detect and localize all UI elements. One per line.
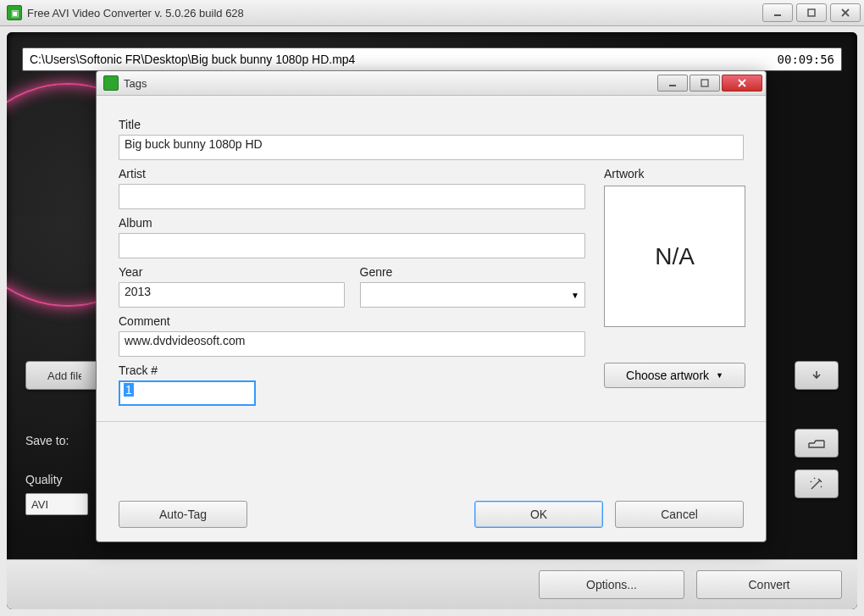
minimize-icon xyxy=(668,79,677,87)
close-button[interactable] xyxy=(830,3,861,22)
main-footer: Options... Convert xyxy=(7,559,857,609)
maximize-icon xyxy=(701,79,709,87)
cancel-button[interactable]: Cancel xyxy=(615,501,744,528)
dialog-icon xyxy=(103,75,119,91)
dialog-footer: Auto-Tag OK Cancel xyxy=(97,487,766,541)
dialog-maximize-button[interactable] xyxy=(690,75,720,92)
artist-label: Artist xyxy=(119,167,585,180)
genre-select[interactable]: ▼ xyxy=(360,282,586,308)
file-duration: 00:09:56 xyxy=(778,53,834,66)
svg-rect-5 xyxy=(701,80,708,86)
move-down-button[interactable] xyxy=(795,361,839,390)
main-window: ▣ Free AVI Video Converter v. 5.0.26 bui… xyxy=(0,0,864,616)
quality-format-select[interactable]: AVI xyxy=(25,493,88,515)
minimize-button[interactable] xyxy=(762,3,793,22)
dialog-separator xyxy=(97,421,766,422)
artwork-label: Artwork xyxy=(604,167,744,180)
close-icon xyxy=(840,8,850,18)
dialog-close-button[interactable] xyxy=(722,75,762,92)
folder-icon xyxy=(808,437,825,449)
track-value: 1 xyxy=(124,383,134,397)
ok-button[interactable]: OK xyxy=(474,501,603,528)
year-value: 2013 xyxy=(125,285,151,298)
choose-artwork-label: Choose artwork xyxy=(626,369,709,382)
tags-dialog: Tags Title Big buck bunny 1080p HD xyxy=(96,70,767,542)
options-button[interactable]: Options... xyxy=(539,570,684,599)
title-value: Big buck bunny 1080p HD xyxy=(125,137,263,151)
chevron-down-icon: ▼ xyxy=(571,291,579,300)
maximize-icon xyxy=(806,8,817,18)
comment-input[interactable]: www.dvdvideosoft.com xyxy=(119,331,585,357)
browse-folder-button[interactable] xyxy=(795,429,839,458)
svg-rect-1 xyxy=(808,9,815,16)
app-title: Free AVI Video Converter v. 5.0.26 build… xyxy=(27,7,762,19)
dialog-title: Tags xyxy=(124,77,656,90)
album-input[interactable] xyxy=(119,233,585,258)
save-to-label: Save to: xyxy=(25,434,69,447)
dialog-titlebar: Tags xyxy=(97,71,766,96)
quality-format-value: AVI xyxy=(31,498,48,511)
app-icon: ▣ xyxy=(7,5,22,20)
file-path-text: C:\Users\Softonic FR\Desktop\Big buck bu… xyxy=(30,53,778,66)
choose-artwork-button[interactable]: Choose artwork ▼ xyxy=(604,363,745,388)
add-files-button[interactable]: Add files... xyxy=(25,361,103,390)
title-label: Title xyxy=(119,118,744,131)
options-label: Options... xyxy=(586,578,637,591)
cancel-label: Cancel xyxy=(661,508,698,521)
comment-label: Comment xyxy=(119,314,585,328)
year-input[interactable]: 2013 xyxy=(119,282,345,308)
title-input[interactable]: Big buck bunny 1080p HD xyxy=(119,135,744,160)
maximize-button[interactable] xyxy=(796,3,827,22)
main-titlebar: ▣ Free AVI Video Converter v. 5.0.26 bui… xyxy=(0,0,864,26)
add-files-label: Add files... xyxy=(47,369,81,382)
ok-label: OK xyxy=(530,508,547,521)
artwork-preview: N/A xyxy=(604,186,745,327)
comment-value: www.dvdvideosoft.com xyxy=(125,334,245,347)
auto-tag-label: Auto-Tag xyxy=(159,508,207,521)
minimize-icon xyxy=(773,8,783,18)
arrow-down-icon xyxy=(810,369,823,382)
chevron-down-icon: ▼ xyxy=(716,371,723,380)
auto-tag-button[interactable]: Auto-Tag xyxy=(119,501,247,528)
convert-label: Convert xyxy=(748,578,789,591)
quality-wizard-button[interactable] xyxy=(795,469,839,498)
year-label: Year xyxy=(119,265,345,279)
quality-label: Quality xyxy=(25,473,63,486)
file-path-bar[interactable]: C:\Users\Softonic FR\Desktop\Big buck bu… xyxy=(22,47,842,71)
track-input[interactable]: 1 xyxy=(119,380,256,406)
convert-button[interactable]: Convert xyxy=(696,570,842,599)
album-label: Album xyxy=(119,216,585,230)
genre-label: Genre xyxy=(360,265,586,279)
dialog-body: Title Big buck bunny 1080p HD Artist Alb… xyxy=(97,96,766,487)
artist-input[interactable] xyxy=(119,184,585,209)
close-icon xyxy=(737,79,747,87)
dialog-minimize-button[interactable] xyxy=(657,75,688,92)
artwork-placeholder: N/A xyxy=(655,243,695,270)
track-label: Track # xyxy=(119,363,585,377)
wand-icon xyxy=(809,476,824,491)
